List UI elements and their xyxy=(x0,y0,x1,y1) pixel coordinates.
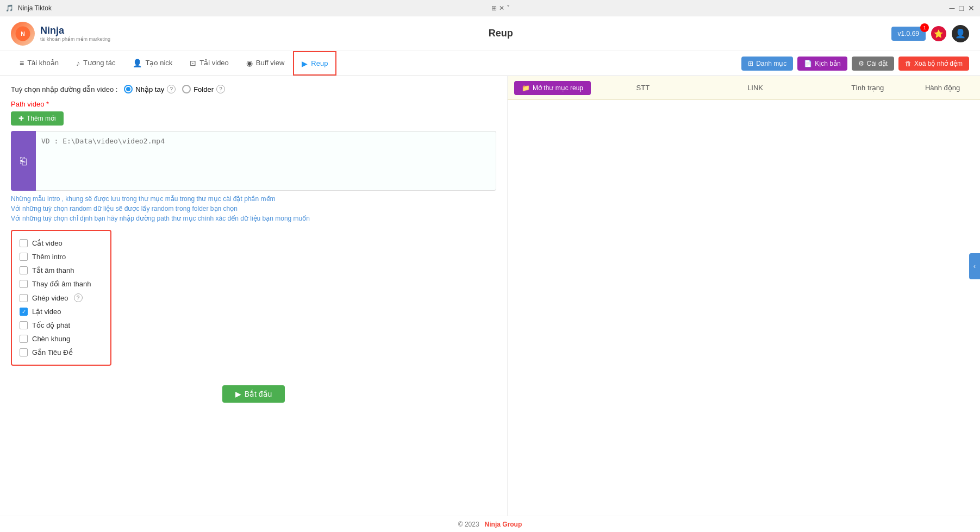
radio-nhap-tay[interactable]: Nhập tay ? xyxy=(124,85,176,93)
tab-tai-video-label: Tải video xyxy=(199,59,229,67)
label-cat-video: Cắt video xyxy=(32,239,63,247)
tab-tao-nick[interactable]: 👤 Tạo nick xyxy=(124,51,181,76)
tab-buff-view[interactable]: ◉ Buff view xyxy=(238,51,294,76)
ghep-video-help-icon[interactable]: ? xyxy=(74,293,83,302)
logo-area: N Ninja tài khoản phầm mềm marketing xyxy=(11,22,110,46)
input-type-row: Tuỳ chọn nhập đường dẫn video : Nhập tay… xyxy=(11,85,496,93)
tab-tai-khoan[interactable]: ≡ Tài khoản xyxy=(11,51,67,76)
sidebar-toggle[interactable]: ‹ xyxy=(969,253,980,279)
brand-text: Ninja Group xyxy=(485,521,522,528)
checkbox-cat-video xyxy=(20,239,28,247)
restore-button[interactable]: □ xyxy=(959,4,964,12)
header: N Ninja tài khoản phầm mềm marketing Reu… xyxy=(0,16,980,51)
option-chen-khung[interactable]: Chèn khung xyxy=(20,332,103,346)
video-path-input[interactable] xyxy=(36,131,496,191)
radio-folder-dot xyxy=(182,85,191,93)
folder-help-icon[interactable]: ? xyxy=(216,85,225,93)
close-button[interactable]: ✕ xyxy=(968,4,975,12)
danh-muc-button[interactable]: ⊞ Danh mục xyxy=(741,57,793,71)
kich-ban-icon: 📄 xyxy=(804,60,812,67)
option-cat-video[interactable]: Cắt video xyxy=(20,236,103,250)
svg-text:N: N xyxy=(21,30,25,36)
tab-tuong-tac[interactable]: ♪ Tương tác xyxy=(67,51,124,76)
radio-folder[interactable]: Folder ? xyxy=(182,85,225,93)
file-icon: ⎗ xyxy=(20,155,27,167)
title-bar-controls[interactable]: ─ □ ✕ xyxy=(950,4,975,12)
cai-dat-button[interactable]: ⚙ Cài đặt xyxy=(852,57,894,71)
xoa-bo-nho-dem-button[interactable]: 🗑 Xoá bộ nhớ đệm xyxy=(898,57,969,71)
tab-reup-label: Reup xyxy=(311,59,328,67)
option-lat-video[interactable]: ✓ Lật video xyxy=(20,305,103,318)
checkbox-toc-do-phat xyxy=(20,321,28,329)
col-tinh-trang: Tình trạng xyxy=(830,84,905,92)
radio-folder-label: Folder xyxy=(193,85,214,93)
info-text-1: Những mẫu intro , khung sẽ được lưu tron… xyxy=(11,195,496,203)
tab-tao-nick-label: Tạo nick xyxy=(145,59,172,67)
user-icon: 👤 xyxy=(133,59,142,67)
option-ghep-video[interactable]: Ghép video ? xyxy=(20,291,103,305)
nhap-tay-help-icon[interactable]: ? xyxy=(167,85,176,93)
checkbox-chen-khung xyxy=(20,335,28,343)
close-small-icon: ✕ xyxy=(499,4,504,12)
label-toc-do-phat: Tốc độ phát xyxy=(32,321,70,329)
title-bar-left: 🎵 Ninja Tiktok xyxy=(5,4,52,12)
danh-muc-label: Danh mục xyxy=(756,60,787,67)
logo-icon: N xyxy=(11,22,35,46)
label-them-intro: Thêm intro xyxy=(32,253,66,261)
nav-bar: ≡ Tài khoản ♪ Tương tác 👤 Tạo nick ⊡ Tải… xyxy=(0,51,980,76)
checkbox-them-intro xyxy=(20,253,28,261)
col-link: LINK xyxy=(681,84,831,92)
tab-reup[interactable]: ▶ Reup xyxy=(293,51,336,76)
tab-tai-video[interactable]: ⊡ Tải video xyxy=(181,51,238,76)
play-icon: ▶ xyxy=(302,59,308,68)
start-button[interactable]: ▶ Bắt đầu xyxy=(222,385,285,403)
checkbox-gan-tieu-de xyxy=(20,348,28,356)
options-box: Cắt video Thêm intro Tắt âm thanh Thay đ… xyxy=(11,230,111,366)
path-section: Path video * ✚ Thêm mới xyxy=(11,100,496,126)
input-label: Tuỳ chọn nhập đường dẫn video : xyxy=(11,85,117,93)
tab-buff-view-label: Buff view xyxy=(256,59,285,67)
add-button[interactable]: ✚ Thêm mới xyxy=(11,111,64,126)
add-button-label: Thêm mới xyxy=(27,115,56,122)
chevron-left-icon: ‹ xyxy=(973,262,976,270)
version-button[interactable]: v1.0.69 1 xyxy=(891,27,926,41)
checkbox-lat-video: ✓ xyxy=(20,308,28,316)
label-gan-tieu-de: Gắn Tiêu Đề xyxy=(32,348,73,356)
open-folder-label: Mở thư mục reup xyxy=(533,84,583,92)
toolbar-icons: ⊞ ✕ ˅ xyxy=(491,4,510,12)
open-folder-button[interactable]: 📁 Mở thư mục reup xyxy=(514,81,591,95)
start-button-label: Bắt đầu xyxy=(245,390,272,398)
option-thay-doi-am-thanh[interactable]: Thay đổi âm thanh xyxy=(20,277,103,291)
checkbox-tat-am-thanh xyxy=(20,266,28,274)
video-icon: ⊡ xyxy=(190,59,196,67)
main-content: Tuỳ chọn nhập đường dẫn video : Nhập tay… xyxy=(0,76,980,516)
eye-icon: ◉ xyxy=(246,59,253,67)
label-lat-video: Lật video xyxy=(32,308,61,316)
right-panel: 📁 Mở thư mục reup STT LINK Tình trạng Hà… xyxy=(507,76,980,516)
kich-ban-button[interactable]: 📄 Kịch bản xyxy=(797,57,847,71)
path-label: Path video * xyxy=(11,100,496,108)
minimize-button[interactable]: ─ xyxy=(950,4,955,12)
avatar: 👤 xyxy=(952,25,969,42)
tab-tuong-tac-label: Tương tác xyxy=(83,59,115,67)
radio-nhap-tay-label: Nhập tay xyxy=(135,85,164,93)
music-icon: ♪ xyxy=(76,59,80,67)
col-hanh-dong: Hành động xyxy=(905,84,980,92)
kich-ban-label: Kịch bản xyxy=(815,60,840,67)
tab-tai-khoan-label: Tài khoản xyxy=(27,59,59,67)
open-folder-cell: 📁 Mở thư mục reup xyxy=(508,81,606,95)
option-them-intro[interactable]: Thêm intro xyxy=(20,250,103,264)
xoa-bo-nho-dem-label: Xoá bộ nhớ đệm xyxy=(914,60,963,67)
app-title: Ninja Tiktok xyxy=(18,4,52,12)
option-tat-am-thanh[interactable]: Tắt âm thanh xyxy=(20,264,103,277)
header-right: v1.0.69 1 ⭐ 👤 xyxy=(891,25,969,42)
cai-dat-label: Cài đặt xyxy=(867,60,888,67)
info-text-3: Với những tuỳ chọn chỉ định bạn hãy nhập… xyxy=(11,215,496,222)
app-icon: 🎵 xyxy=(5,4,14,12)
option-toc-do-phat[interactable]: Tốc độ phát xyxy=(20,318,103,332)
col-stt: STT xyxy=(606,84,681,92)
label-chen-khung: Chèn khung xyxy=(32,335,70,343)
nav-tabs: ≡ Tài khoản ♪ Tương tác 👤 Tạo nick ⊡ Tải… xyxy=(11,51,336,76)
trash-icon: 🗑 xyxy=(905,60,912,67)
option-gan-tieu-de[interactable]: Gắn Tiêu Đề xyxy=(20,346,103,359)
